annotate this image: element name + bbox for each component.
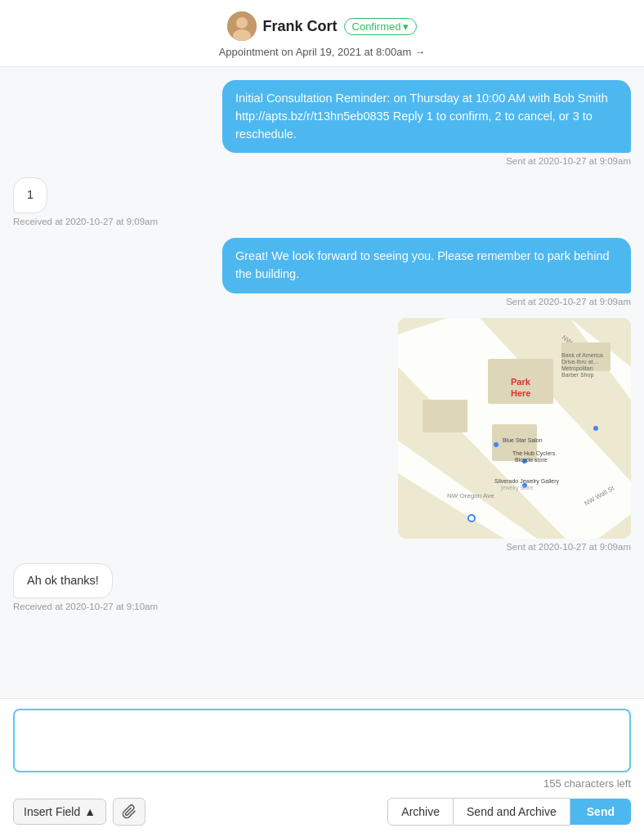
- timestamp-sent: Sent at 2020-10-27 at 9:09am: [506, 156, 631, 166]
- svg-text:Bicycle store: Bicycle store: [515, 457, 548, 463]
- appointment-text: Appointment on April 19, 2021 at 8:00am: [219, 46, 412, 58]
- message-bubble-received: Ah ok thanks!: [13, 563, 113, 599]
- timestamp-map-sent: Sent at 2020-10-27 at 9:09am: [506, 542, 631, 552]
- svg-text:Here: Here: [511, 388, 530, 398]
- svg-text:Park: Park: [511, 377, 531, 387]
- svg-text:Bank of America: Bank of America: [561, 352, 603, 358]
- svg-text:jewelry store: jewelry store: [500, 485, 533, 491]
- svg-point-29: [469, 516, 474, 521]
- svg-text:NW Oregon Ave: NW Oregon Ave: [447, 492, 494, 499]
- message-input-wrapper[interactable]: [13, 709, 631, 772]
- paperclip-icon: [122, 804, 136, 819]
- message-bubble-received: 1: [13, 177, 47, 213]
- message-bubble-sent: Initial Consultation Reminder: on Thursd…: [222, 80, 631, 153]
- char-count: 155 characters left: [13, 777, 631, 790]
- confirmed-label: Confirmed: [352, 20, 401, 33]
- left-tools: Insert Field ▲: [13, 798, 145, 826]
- svg-point-30: [593, 426, 598, 431]
- appointment-line[interactable]: Appointment on April 19, 2021 at 8:00am …: [219, 46, 426, 58]
- svg-text:Blue Star Salon: Blue Star Salon: [503, 437, 543, 443]
- send-button[interactable]: Send: [570, 799, 631, 825]
- avatar: [227, 11, 257, 41]
- svg-text:Barber Shop: Barber Shop: [561, 372, 593, 378]
- insert-field-label: Insert Field: [24, 805, 80, 818]
- attach-button[interactable]: [113, 798, 145, 826]
- bottom-toolbar: Insert Field ▲ Archive Send and Archive …: [13, 798, 631, 837]
- chat-area: Initial Consultation Reminder: on Thursd…: [0, 67, 644, 698]
- message-bubble-sent: Great! We look forward to seeing you. Pl…: [222, 238, 631, 293]
- conversation-header: Frank Cort Confirmed ▾ Appointment on Ap…: [0, 0, 644, 67]
- confirmed-badge[interactable]: Confirmed ▾: [344, 18, 418, 35]
- timestamp-received: Received at 2020-10-27 at 9:09am: [13, 217, 158, 226]
- svg-text:Metropolitan: Metropolitan: [561, 365, 593, 372]
- header-top-row: Frank Cort Confirmed ▾: [227, 11, 418, 41]
- chevron-down-icon: ▾: [403, 20, 409, 33]
- svg-point-1: [236, 17, 248, 29]
- contact-name: Frank Cort: [263, 18, 338, 35]
- svg-text:The Hub Cyclers: The Hub Cyclers: [512, 450, 556, 457]
- svg-point-20: [494, 442, 499, 447]
- arrow-right-icon: →: [414, 46, 425, 58]
- archive-button[interactable]: Archive: [387, 798, 454, 826]
- svg-text:Drive-thru at...: Drive-thru at...: [561, 359, 597, 365]
- send-archive-button[interactable]: Send and Archive: [454, 798, 570, 826]
- insert-field-button[interactable]: Insert Field ▲: [13, 799, 106, 825]
- message-text: 1: [27, 188, 34, 201]
- message-text: Initial Consultation Reminder: on Thursd…: [235, 92, 608, 141]
- chevron-up-icon: ▲: [84, 805, 96, 818]
- message-text: Great! We look forward to seeing you. Pl…: [235, 249, 610, 280]
- message-input[interactable]: [25, 718, 619, 759]
- svg-text:Silverado Jewelry Gallery: Silverado Jewelry Gallery: [494, 478, 559, 485]
- timestamp-received: Received at 2020-10-27 at 9:10am: [13, 602, 158, 611]
- svg-rect-13: [423, 400, 467, 432]
- map-image: NW Brooks St NW Wall St NW Oregon Ave Pa…: [398, 318, 631, 539]
- input-area: 155 characters left Insert Field ▲ Archi…: [0, 698, 644, 837]
- right-actions: Archive Send and Archive Send: [387, 798, 631, 826]
- message-text: Ah ok thanks!: [27, 574, 99, 587]
- timestamp-sent: Sent at 2020-10-27 at 9:09am: [506, 297, 631, 307]
